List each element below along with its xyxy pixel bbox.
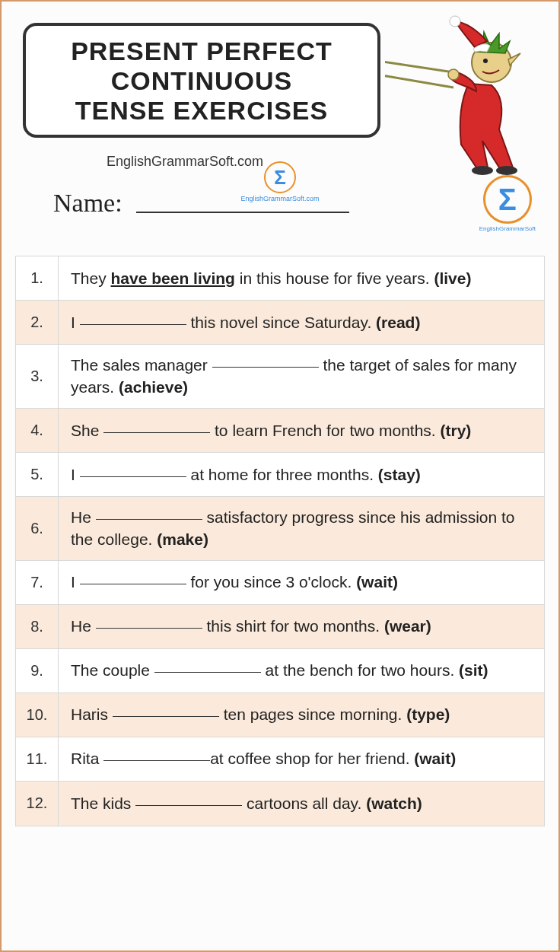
verb-hint: (try) <box>441 422 472 439</box>
exercise-number: 6. <box>16 497 59 560</box>
brand-logo: Σ EnglishGrammarSoft <box>479 175 536 232</box>
sentence-pre: The kids <box>71 794 135 812</box>
exercise-number: 12. <box>16 782 59 826</box>
svg-point-5 <box>450 16 460 27</box>
sentence-pre: Rita <box>71 750 103 767</box>
svg-line-1 <box>385 75 453 88</box>
exercise-number: 3. <box>16 345 59 408</box>
elf-character-icon <box>385 15 545 183</box>
sentence-pre: He <box>71 508 96 526</box>
verb-hint: (wait) <box>414 750 456 767</box>
sigma-icon: Σ <box>274 167 286 187</box>
worksheet-page: PRESENT PERFECT CONTINUOUS TENSE EXERCIS… <box>0 0 560 952</box>
sentence-pre: She <box>71 422 103 439</box>
title-box: PRESENT PERFECT CONTINUOUS TENSE EXERCIS… <box>23 23 380 138</box>
verb-hint: (live) <box>434 269 471 287</box>
sigma-icon: Σ <box>498 184 517 215</box>
logo-text: EnglishGrammarSoft <box>479 225 536 232</box>
sentence-pre: I <box>71 573 80 591</box>
title-line-3: TENSE EXERCISES <box>75 96 328 125</box>
footer-logo-text: EnglishGrammarSoft.com <box>145 195 415 202</box>
exercise-number: 4. <box>16 409 59 452</box>
exercise-number: 8. <box>16 605 59 648</box>
exercise-number: 1. <box>16 256 59 300</box>
svg-point-7 <box>448 69 459 80</box>
exercise-number: 7. <box>16 561 59 604</box>
svg-point-9 <box>496 166 517 175</box>
exercise-number: 10. <box>16 693 59 737</box>
logo-circle-icon: Σ <box>483 175 532 224</box>
exercise-number: 2. <box>16 301 59 344</box>
svg-point-8 <box>472 166 493 175</box>
worksheet-title: PRESENT PERFECT CONTINUOUS TENSE EXERCIS… <box>33 37 370 126</box>
name-label: Name: <box>53 189 123 218</box>
sentence-pre: The couple <box>71 661 154 679</box>
svg-line-0 <box>385 61 453 72</box>
sentence-pre: I <box>71 314 80 331</box>
sentence-pre: I <box>71 466 80 483</box>
sentence-pre: Haris <box>71 705 113 723</box>
exercise-number: 11. <box>16 737 59 781</box>
exercise-number: 9. <box>16 649 59 693</box>
footer-brand-logo: Σ EnglishGrammarSoft.com <box>145 161 415 944</box>
sentence-pre: He <box>71 617 96 635</box>
title-line-2: CONTINUOUS <box>111 66 293 95</box>
sentence-pre: They <box>71 269 111 287</box>
logo-circle-icon: Σ <box>264 161 296 193</box>
title-line-1: PRESENT PERFECT <box>71 37 332 65</box>
exercise-number: 5. <box>16 453 59 496</box>
svg-point-6 <box>483 59 488 63</box>
verb-hint: (sit) <box>459 661 488 679</box>
